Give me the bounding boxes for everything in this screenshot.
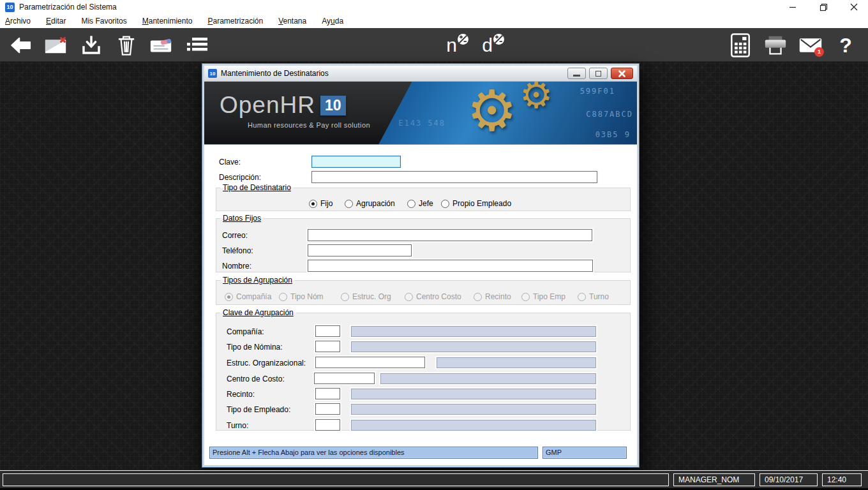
mail-badge: 1 — [814, 47, 824, 57]
radio-agrupacion[interactable]: Agrupación — [345, 199, 395, 208]
radio-recinto: Recinto — [474, 292, 511, 301]
recinto-desc-field — [351, 389, 596, 399]
turno-code-input[interactable] — [315, 419, 340, 431]
status-hint-field: Presione Alt + Flecha Abajo para ver las… — [209, 447, 538, 459]
child-window: 10 Mantenimiento de Destinatarios 599F01… — [202, 64, 639, 467]
child-app-icon: 10 — [208, 69, 217, 78]
group-tipo-destinatario: Tipo de Destinatario Fijo Agrupación Jef… — [216, 183, 631, 211]
numeric-sign-icon[interactable]: n — [445, 33, 470, 58]
app-icon: 10 — [5, 3, 15, 12]
radio-button — [279, 293, 287, 301]
window-title: Parametrización del Sistema — [19, 3, 117, 11]
menu-archivo[interactable]: Archivo — [5, 17, 31, 26]
decimal-sign-icon[interactable]: d — [481, 33, 505, 58]
close-icon[interactable] — [849, 2, 859, 12]
menu-mantenimiento[interactable]: Mantenimiento — [142, 17, 193, 26]
menu-parametrizacion[interactable]: Parametrización — [207, 17, 263, 26]
clave-label: Clave: — [219, 158, 241, 167]
group-clave-agrupacion: Clave de Agrupación Compañía: Tipo de Nó… — [216, 308, 631, 431]
child-minimize-button[interactable] — [567, 68, 586, 79]
brand-badge: 10 — [320, 96, 346, 115]
radio-propio-empleado[interactable]: Propio Empleado — [441, 199, 511, 208]
radio-compania: Compañía — [225, 292, 271, 301]
radio-estruc-org: Estruc. Org — [341, 292, 391, 301]
menu-ventana[interactable]: Ventana — [278, 17, 306, 26]
centro-costo-code-input[interactable] — [314, 373, 375, 384]
radio-jefe[interactable]: Jefe — [407, 199, 433, 208]
descripcion-label: Descripción: — [219, 173, 261, 182]
nombre-input[interactable] — [308, 260, 593, 272]
calculator-icon[interactable] — [728, 33, 752, 58]
gear-icon: ⚙ — [467, 83, 517, 139]
menu-editar[interactable]: Editar — [46, 17, 66, 26]
radio-button — [521, 293, 530, 301]
mail-notification-icon[interactable]: 1 — [798, 33, 823, 58]
statusbar-date-panel: 09/10/2017 — [760, 473, 818, 486]
save-download-icon[interactable] — [79, 33, 103, 58]
status-code-field: GMP — [542, 447, 627, 459]
gear-icon: ⚙ — [520, 82, 553, 114]
statusbar-user-panel: MANAGER_NOM — [673, 473, 755, 486]
list-icon[interactable] — [184, 33, 209, 58]
help-icon[interactable]: ? — [834, 33, 858, 58]
clave-input[interactable] — [311, 156, 401, 168]
telefono-input[interactable] — [308, 244, 412, 256]
child-close-button[interactable] — [611, 68, 633, 79]
child-restore-button[interactable] — [589, 68, 608, 79]
correo-input[interactable] — [308, 229, 592, 241]
group-tipo-destinatario-title: Tipo de Destinatario — [220, 183, 294, 192]
delete-message-icon[interactable] — [44, 33, 68, 58]
brand-name: OpenHR — [220, 93, 315, 117]
radio-button — [578, 293, 586, 301]
printer-icon[interactable] — [763, 33, 788, 58]
radio-button[interactable] — [441, 200, 449, 208]
compania-code-input[interactable] — [315, 325, 340, 337]
descripcion-input[interactable] — [311, 171, 597, 183]
radio-button[interactable] — [345, 200, 353, 208]
radio-button — [474, 293, 482, 301]
recinto-code-input[interactable] — [315, 388, 340, 399]
radio-fijo[interactable]: Fijo — [309, 199, 333, 208]
menu-ayuda[interactable]: Ayuda — [322, 17, 343, 26]
radio-turno: Turno — [578, 292, 609, 301]
tipo-empleado-desc-field — [351, 404, 596, 415]
group-datos-fijos: Datos Fijos Correo: Teléfono: Nombre: — [216, 214, 631, 272]
radio-button[interactable] — [407, 200, 415, 208]
trash-icon[interactable] — [114, 33, 138, 58]
radio-tipo-nom: Tipo Nóm — [279, 292, 324, 301]
tipo-empleado-code-input[interactable] — [315, 403, 340, 415]
form-body: Clave: Descripción: Tipo de Destinatario… — [204, 145, 637, 464]
banner-code-text: C887ABCD — [586, 110, 633, 119]
group-datos-fijos-title: Datos Fijos — [220, 214, 264, 223]
tipo-nomina-code-input[interactable] — [315, 341, 340, 352]
child-titlebar: 10 Mantenimiento de Destinatarios — [204, 66, 637, 82]
banner-code-text: 03B5 9 — [595, 130, 631, 139]
turno-desc-field — [351, 420, 596, 431]
recinto-label: Recinto: — [227, 390, 255, 399]
compania-desc-field — [351, 326, 596, 337]
menu-mis-favoritos[interactable]: Mis Favoritos — [81, 17, 126, 26]
window-controls — [788, 0, 859, 14]
app-statusbar: MANAGER_NOM 09/10/2017 12:40 — [0, 470, 868, 488]
radio-button — [225, 293, 233, 301]
tipo-nomina-label: Tipo de Nómina: — [227, 343, 283, 352]
radio-button[interactable] — [309, 200, 317, 208]
minimize-icon[interactable] — [788, 2, 798, 12]
banner-code-text: E143 548 — [398, 119, 445, 128]
brand-tagline: Human resources & Pay roll solution — [248, 121, 370, 129]
restore-icon[interactable] — [818, 2, 828, 12]
erase-record-icon[interactable] — [149, 33, 174, 58]
back-icon[interactable] — [9, 33, 33, 58]
main-titlebar: 10 Parametrización del Sistema — [0, 0, 868, 14]
estruc-organizacional-code-input[interactable] — [315, 357, 425, 368]
correo-label: Correo: — [222, 231, 248, 240]
centro-costo-desc-field — [380, 373, 596, 384]
menubar: Archivo Editar Mis Favoritos Mantenimien… — [0, 14, 868, 28]
group-tipos-agrupacion-title: Tipos de Agrupación — [220, 276, 295, 285]
telefono-label: Teléfono: — [222, 246, 253, 255]
banner: 599F01 C887ABCD 03B5 9 E143 548 ⚙ ⚙ Open… — [204, 82, 637, 145]
radio-button — [405, 293, 413, 301]
radio-button — [341, 293, 349, 301]
banner-code-text: 599F01 — [580, 87, 615, 96]
toolbar: n d — [0, 28, 868, 62]
